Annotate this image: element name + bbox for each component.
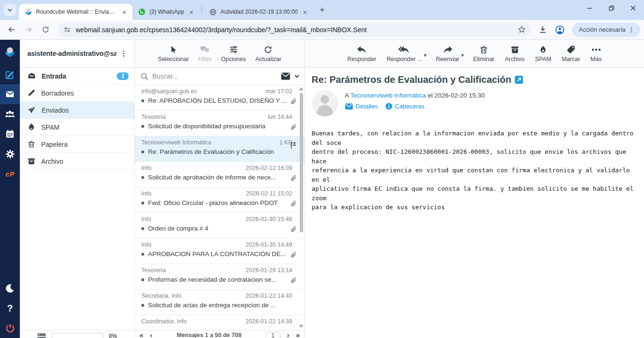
folder-archive[interactable]: Archivo	[20, 153, 134, 170]
tab-roundcube[interactable]: Roundcube Webmail :: Enviados ×	[19, 4, 132, 20]
folder-label: Papelera	[41, 141, 129, 148]
unread-dot	[141, 304, 144, 307]
browser-menu-icon[interactable]: ⋮	[626, 26, 637, 33]
search-input[interactable]	[152, 72, 277, 80]
last-page-button[interactable]: »	[296, 332, 300, 338]
account-menu-icon[interactable]: ⋮	[116, 49, 131, 58]
mail-nav-icon[interactable]	[0, 84, 20, 104]
sender: Info	[141, 241, 151, 248]
message-row[interactable]: Info2026-01-30 15:46 Orden de compra # 4	[135, 213, 305, 239]
more-button[interactable]: Más	[588, 43, 605, 64]
tab-whatsapp[interactable]: (3) WhatsApp ×	[132, 4, 200, 20]
folder-trash[interactable]: Papelera	[20, 136, 134, 153]
message-row[interactable]: Info2026-01-30 14:49 APROBACION PARA LA …	[135, 239, 305, 264]
account-email: asistente-administrativo@sa...	[27, 50, 116, 57]
subject: Orden de compra # 4	[148, 225, 209, 232]
calendar-nav-icon[interactable]	[0, 124, 20, 144]
tab-close-icon[interactable]: ×	[188, 8, 195, 16]
options-button[interactable]: Opciones	[218, 43, 249, 64]
downloads-button[interactable]	[535, 22, 550, 37]
action-required-button[interactable]: Acción necesaria ⋮	[572, 23, 640, 37]
message-row[interactable]: Info2026-02-11 15:02 Fwd: Oficio Circula…	[135, 187, 305, 213]
cpanel-icon[interactable]: cP	[0, 164, 20, 184]
back-button[interactable]	[4, 22, 19, 37]
search-scope-mail-icon[interactable]	[281, 72, 290, 80]
logout-power-icon[interactable]	[0, 318, 20, 338]
sender: Tesoreria	[141, 114, 165, 120]
scrollbar-thumb[interactable]	[300, 93, 303, 232]
minimize-button[interactable]	[579, 0, 600, 16]
reply-button[interactable]: Responder	[345, 43, 379, 64]
bookmark-star-icon[interactable]	[518, 26, 526, 34]
storage-icon	[37, 333, 46, 338]
message-row-selected[interactable]: Tecnoserviweb Informática1 KB Re: Paráme…	[135, 136, 305, 162]
reload-button[interactable]	[38, 22, 53, 37]
contacts-nav-icon[interactable]	[0, 104, 20, 124]
forward-menu-icon[interactable]: ▼	[461, 53, 465, 58]
scroll-up-icon[interactable]	[299, 87, 304, 90]
compose-icon[interactable]	[0, 64, 20, 84]
subject: APROBACION PARA LA CONTRATACIÓN DE...	[148, 250, 286, 258]
scroll-down-icon[interactable]	[299, 325, 304, 328]
list-toolbar: Seleccionar Hilos Opciones	[135, 40, 305, 68]
url-text[interactable]: webmail.sanjuan.gob.ec/cpsess1364244002/…	[76, 26, 513, 34]
dark-mode-icon[interactable]	[0, 278, 20, 298]
delete-button[interactable]: Eliminar	[470, 43, 497, 64]
attachment-icon	[290, 98, 297, 106]
restore-button[interactable]	[600, 0, 622, 16]
url-bar[interactable]: webmail.sanjuan.gob.ec/cpsess1364244002/…	[58, 23, 531, 37]
recipient-link[interactable]: Tecnoserviweb Informática	[350, 92, 426, 99]
next-page-button[interactable]: ›	[287, 332, 289, 338]
site-settings-icon[interactable]	[63, 26, 71, 34]
search-options-chevron-icon[interactable]	[294, 73, 300, 79]
first-page-button[interactable]: «	[139, 332, 143, 338]
tab-actividad[interactable]: Actividad 2026-02-19 13:00:00 ×	[204, 4, 313, 20]
open-in-new-window-icon[interactable]	[515, 76, 523, 84]
folder-sent[interactable]: Enviados	[20, 102, 134, 119]
help-icon[interactable]: ?	[0, 298, 20, 318]
settings-gear-icon[interactable]	[0, 144, 20, 164]
fire-icon	[27, 123, 35, 131]
info-icon	[385, 103, 392, 110]
select-button[interactable]: Seleccionar	[155, 43, 191, 64]
profile-button[interactable]	[552, 22, 567, 37]
cursor-icon	[170, 45, 177, 54]
archive-button[interactable]: Archivo	[502, 43, 528, 64]
tab-close-icon[interactable]: ×	[121, 8, 128, 16]
tab-search-button[interactable]	[4, 4, 16, 16]
message-rows: info@sanjuan.gob.ecmar 17:02 Re: APROBAC…	[135, 85, 305, 330]
reply-all-menu-icon[interactable]: ▼	[423, 53, 427, 58]
tab-close-icon[interactable]: ×	[302, 8, 309, 16]
attachment-icon	[290, 226, 297, 233]
message-row[interactable]: Coordinador, Info2026-01-22 14:39	[135, 315, 305, 330]
mark-button[interactable]: Marcar	[559, 43, 583, 64]
flag-icon[interactable]	[290, 142, 297, 149]
message-row[interactable]: Tesorerialun 14:44 Solicitud de disponib…	[135, 111, 305, 136]
unread-dot	[141, 253, 144, 256]
folder-drafts[interactable]: Borradores	[20, 85, 134, 102]
details-button[interactable]: Detalles	[345, 103, 378, 110]
message-row[interactable]: info@sanjuan.gob.ecmar 17:02 Re: APROBAC…	[135, 85, 305, 111]
folder-inbox[interactable]: Entrada 3	[20, 68, 134, 85]
message-row[interactable]: Tesoreria2026-01-29 13:14 Proformas de n…	[135, 264, 305, 290]
refresh-button[interactable]: Actualizar	[252, 43, 284, 64]
reply-all-button[interactable]: Responder ...	[384, 43, 425, 64]
headers-button[interactable]: Cabeceras	[385, 103, 425, 110]
page-number-input[interactable]: 1	[266, 332, 280, 338]
forward-button[interactable]	[21, 22, 36, 37]
more-dots-icon	[592, 45, 601, 54]
message-row[interactable]: Secretaria, Info2026-01-22 14:40 Solicit…	[135, 290, 305, 315]
screen: Roundcube Webmail :: Enviados × (3) What…	[0, 0, 644, 338]
subject: Re: APROBACIÓN DEL ESTUDIO, DISEÑO Y ...	[148, 97, 287, 104]
threads-button[interactable]: Hilos	[195, 43, 214, 64]
forward-button[interactable]: Reenviar	[433, 43, 462, 64]
folder-spam[interactable]: SPAM	[20, 119, 134, 136]
prev-page-button[interactable]: ‹	[150, 332, 152, 338]
new-tab-button[interactable]: +	[316, 4, 328, 16]
close-window-button[interactable]	[622, 0, 644, 16]
folder-label: Borradores	[41, 89, 129, 97]
message-row[interactable]: Info2026-02-12 16:09 Solicitud de aproba…	[135, 162, 305, 187]
spam-button[interactable]: SPAM	[532, 43, 554, 64]
account-bar: asistente-administrativo@sa... ⋮	[20, 40, 134, 68]
list-scrollbar[interactable]	[298, 85, 305, 330]
